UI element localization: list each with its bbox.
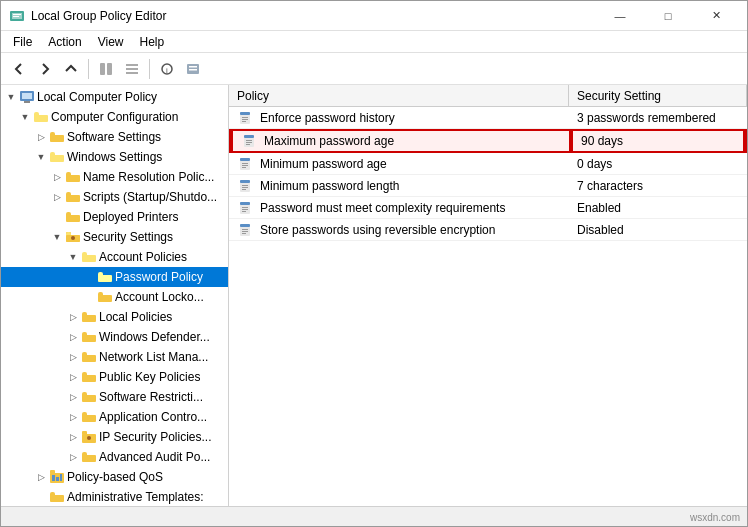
security-settings-label: Security Settings — [83, 230, 173, 244]
tree-item-public-key[interactable]: ▷ Public Key Policies — [1, 367, 228, 387]
cell-setting: 3 passwords remembered — [569, 109, 747, 127]
up-button[interactable] — [59, 57, 83, 81]
tree-item-deployed-printers[interactable]: ▷ Deployed Printers — [1, 207, 228, 227]
policy-icon — [237, 222, 253, 238]
deployed-printers-label: Deployed Printers — [83, 210, 178, 224]
tree-item-computer-config[interactable]: ▼ Computer Configuration — [1, 107, 228, 127]
svg-rect-27 — [60, 474, 62, 481]
tree-item-advanced-audit[interactable]: ▷ Advanced Audit Po... — [1, 447, 228, 467]
tree-item-windows-defender[interactable]: ▷ Windows Defender... — [1, 327, 228, 347]
admin-templates-label: Administrative Templates: — [67, 490, 204, 504]
tree-item-root[interactable]: ▼ Local Computer Policy — [1, 87, 228, 107]
expand-adv-audit[interactable]: ▷ — [65, 452, 81, 462]
expand-public-key[interactable]: ▷ — [65, 372, 81, 382]
tree-item-windows-settings[interactable]: ▼ Windows Settings — [1, 147, 228, 167]
expand-account[interactable]: ▼ — [65, 252, 81, 262]
menu-view[interactable]: View — [90, 33, 132, 51]
policy-qos-label: Policy-based QoS — [67, 470, 163, 484]
expand-qos[interactable]: ▷ — [33, 472, 49, 482]
windows-defender-label: Windows Defender... — [99, 330, 210, 344]
folder-windows-icon — [49, 149, 65, 165]
expand-computer[interactable]: ▼ — [17, 112, 33, 122]
svg-rect-47 — [242, 187, 248, 188]
svg-rect-30 — [240, 112, 250, 115]
list-body: Enforce password history 3 passwords rem… — [229, 107, 747, 506]
expand-windows[interactable]: ▼ — [33, 152, 49, 162]
maximize-button[interactable]: □ — [645, 1, 691, 31]
svg-rect-5 — [107, 63, 112, 75]
cell-policy: Store passwords using reversible encrypt… — [229, 220, 569, 240]
list-header: Policy Security Setting — [229, 85, 747, 107]
menu-help[interactable]: Help — [132, 33, 173, 51]
help-button[interactable] — [181, 57, 205, 81]
password-policy-label: Password Policy — [115, 270, 203, 284]
tree-item-password-policy[interactable]: ▷ Password Policy — [1, 267, 228, 287]
expand-scripts[interactable]: ▷ — [49, 192, 65, 202]
tree-item-network-list[interactable]: ▷ Network List Mana... — [1, 347, 228, 367]
list-row-highlighted[interactable]: Maximum password age 90 days — [229, 129, 747, 153]
svg-rect-24 — [50, 470, 55, 474]
expand-local[interactable]: ▷ — [65, 312, 81, 322]
expand-app-control[interactable]: ▷ — [65, 412, 81, 422]
svg-rect-15 — [22, 93, 32, 99]
forward-button[interactable] — [33, 57, 57, 81]
tree-item-app-control[interactable]: ▷ Application Contro... — [1, 407, 228, 427]
tree-item-policy-qos[interactable]: ▷ Policy-based QoS — [1, 467, 228, 487]
svg-rect-45 — [240, 180, 250, 183]
svg-rect-53 — [242, 211, 246, 212]
folder-security-icon — [65, 229, 81, 245]
menu-file[interactable]: File — [5, 33, 40, 51]
policy-icon — [237, 110, 253, 126]
policy-icon — [237, 156, 253, 172]
back-button[interactable] — [7, 57, 31, 81]
list-row[interactable]: Store passwords using reversible encrypt… — [229, 219, 747, 241]
column-policy[interactable]: Policy — [229, 85, 569, 106]
expand-ip-sec[interactable]: ▷ — [65, 432, 81, 442]
expand-software[interactable]: ▷ — [33, 132, 49, 142]
tree-item-name-resolution[interactable]: ▷ Name Resolution Polic... — [1, 167, 228, 187]
list-view-button[interactable] — [120, 57, 144, 81]
tree-item-local-policies[interactable]: ▷ Local Policies — [1, 307, 228, 327]
tree-item-scripts[interactable]: ▷ Scripts (Startup/Shutdo... — [1, 187, 228, 207]
list-row[interactable]: Minimum password age 0 days — [229, 153, 747, 175]
public-key-label: Public Key Policies — [99, 370, 200, 384]
properties-button[interactable]: i — [155, 57, 179, 81]
window-title: Local Group Policy Editor — [31, 9, 597, 23]
svg-rect-57 — [242, 231, 248, 232]
tree-item-account-policies[interactable]: ▼ Account Policies — [1, 247, 228, 267]
svg-rect-37 — [246, 142, 252, 143]
expand-network[interactable]: ▷ — [65, 352, 81, 362]
cell-setting: Disabled — [569, 221, 747, 239]
expand-sw-restrict[interactable]: ▷ — [65, 392, 81, 402]
svg-rect-52 — [242, 209, 248, 210]
close-button[interactable]: ✕ — [693, 1, 739, 31]
expand-security[interactable]: ▼ — [49, 232, 65, 242]
folder-name-res-icon — [65, 169, 81, 185]
app-icon — [9, 8, 25, 24]
folder-password-icon — [97, 269, 113, 285]
svg-rect-42 — [242, 165, 248, 166]
software-settings-label: Software Settings — [67, 130, 161, 144]
tree-item-software-settings[interactable]: ▷ Software Settings — [1, 127, 228, 147]
expand-root[interactable]: ▼ — [3, 92, 19, 102]
tree-panel[interactable]: ▼ Local Computer Policy ▼ Computer Confi… — [1, 85, 229, 506]
folder-local-icon — [81, 309, 97, 325]
expand-defender[interactable]: ▷ — [65, 332, 81, 342]
list-row[interactable]: Password must meet complexity requiremen… — [229, 197, 747, 219]
expand-name-res[interactable]: ▷ — [49, 172, 65, 182]
tree-item-admin-templates[interactable]: ▷ Administrative Templates: — [1, 487, 228, 506]
minimize-button[interactable]: — — [597, 1, 643, 31]
show-hide-button[interactable] — [94, 57, 118, 81]
svg-rect-32 — [242, 119, 248, 120]
svg-rect-50 — [240, 202, 250, 205]
tree-item-account-lockout[interactable]: ▷ Account Locko... — [1, 287, 228, 307]
menu-action[interactable]: Action — [40, 33, 89, 51]
svg-rect-2 — [13, 14, 21, 15]
svg-rect-16 — [24, 101, 30, 103]
list-row[interactable]: Minimum password length 7 characters — [229, 175, 747, 197]
tree-item-software-restriction[interactable]: ▷ Software Restricti... — [1, 387, 228, 407]
tree-item-ip-security[interactable]: ▷ IP Security Policies... — [1, 427, 228, 447]
tree-item-security-settings[interactable]: ▼ Security Settings — [1, 227, 228, 247]
column-setting[interactable]: Security Setting — [569, 85, 747, 106]
list-row[interactable]: Enforce password history 3 passwords rem… — [229, 107, 747, 129]
